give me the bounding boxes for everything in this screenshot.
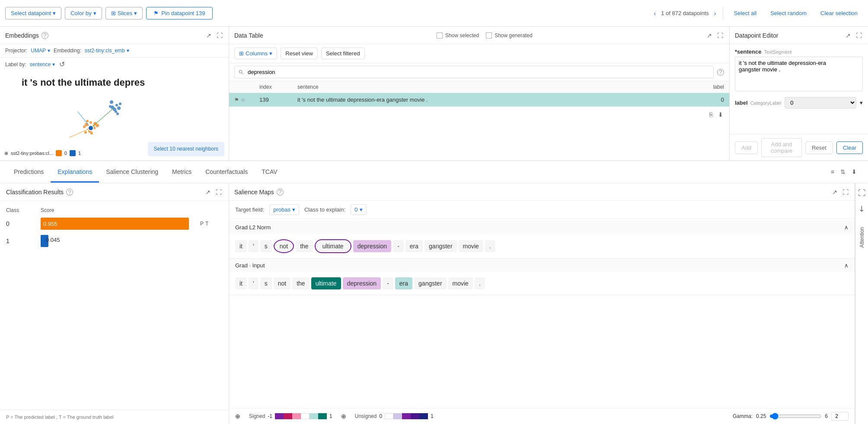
- table-col-actions: [234, 84, 256, 90]
- gamma-section: Gamma: 0.25 6: [733, 412, 849, 421]
- embedding-dropdown[interactable]: sst2-tiny:cls_emb ▾: [85, 48, 129, 54]
- select-datapoint-label: Select datapoint: [11, 10, 51, 16]
- tab-predictions[interactable]: Predictions: [7, 162, 51, 183]
- class-explain-value: 0: [354, 206, 357, 213]
- select-filtered-btn[interactable]: Select filtered: [321, 48, 365, 59]
- select-datapoint-btn[interactable]: Select datapoint ▾: [5, 7, 61, 19]
- select-all-btn[interactable]: Select all: [728, 7, 762, 19]
- embeddings-help-icon[interactable]: ?: [41, 32, 48, 39]
- embeddings-title: Embeddings: [5, 32, 39, 39]
- clear-btn[interactable]: Clear: [836, 141, 863, 154]
- color-by-btn[interactable]: Color by ▾: [65, 7, 102, 19]
- gamma-input[interactable]: [831, 412, 849, 421]
- download-icon[interactable]: ⬇: [717, 110, 724, 119]
- grad-l2-header[interactable]: Grad L2 Norm ∧: [229, 221, 855, 234]
- editor-footer: Add Add and compare Reset Clear: [730, 134, 868, 161]
- tab-explanations[interactable]: Explanations: [51, 162, 99, 183]
- class-explain-chevron: ▾: [360, 206, 363, 213]
- signed-color-scale: [275, 413, 327, 419]
- classification-help-icon[interactable]: ?: [66, 189, 73, 196]
- star-row-icon[interactable]: ☆: [241, 97, 246, 103]
- tabs-download-icon[interactable]: ⬇: [851, 167, 858, 176]
- token-depression-gi: depression: [343, 277, 381, 289]
- unsigned-legend: Unsigned 0 1: [355, 413, 434, 419]
- editor-minimize-icon[interactable]: ↗: [845, 31, 852, 40]
- search-input[interactable]: [234, 66, 714, 78]
- select-random-btn[interactable]: Select random: [765, 7, 812, 19]
- svg-point-18: [110, 100, 113, 104]
- editor-panel: Datapoint Editor ↗ ⛶ *sentence TextSegme…: [730, 27, 868, 161]
- prev-arrow[interactable]: ‹: [652, 9, 657, 18]
- sidebar-arrow-icon[interactable]: ↘: [855, 202, 868, 215]
- sentence-textarea[interactable]: it 's not the ultimate depression-era ga…: [735, 57, 863, 91]
- salience-footer: ⊕ Signed -1 1 ⊕: [229, 408, 855, 424]
- datatable-expand-icon[interactable]: ⛶: [716, 31, 724, 40]
- embeddings-controls: Projector: UMAP ▾ Embedding: sst2-tiny:c…: [0, 44, 229, 58]
- tab-metrics[interactable]: Metrics: [165, 162, 198, 183]
- class-explain-dropdown[interactable]: 0 ▾: [351, 204, 366, 215]
- svg-point-17: [115, 110, 117, 113]
- label-by-dropdown[interactable]: sentence ▾: [30, 61, 55, 67]
- token-it-gi: it: [235, 277, 247, 289]
- columns-btn[interactable]: ⊞ Columns ▾: [234, 48, 277, 59]
- tabs-sort-icon[interactable]: ⇅: [839, 167, 846, 176]
- token-the-gi: the: [292, 277, 309, 289]
- tab-salience-clustering[interactable]: Salience Clustering: [99, 162, 165, 183]
- sidebar-expand-icon[interactable]: ⛶: [857, 188, 867, 199]
- target-field-chevron: ▾: [292, 206, 295, 213]
- add-compare-btn[interactable]: Add and compare: [761, 138, 802, 157]
- tabs-icons: ≡ ⇅ ⬇: [830, 167, 861, 176]
- circle-icon-unsigned: ⊕: [341, 413, 346, 420]
- reset-view-btn[interactable]: Reset view: [281, 48, 318, 59]
- slices-btn[interactable]: ⊞ Slices ▾: [105, 7, 143, 19]
- grad-input-header[interactable]: Grad · Input ∧: [229, 259, 855, 272]
- legend-model-icon: ⊕: [4, 151, 8, 156]
- label-select[interactable]: 0 1: [785, 97, 856, 109]
- reset-btn[interactable]: Reset: [805, 141, 833, 154]
- datatable-minimize-icon[interactable]: ↗: [706, 31, 713, 40]
- select-nearest-btn[interactable]: Select 10 nearest neighbors: [148, 142, 224, 156]
- projector-dropdown[interactable]: UMAP ▾: [31, 48, 50, 54]
- projector-label: Projector:: [5, 48, 27, 54]
- search-help-icon[interactable]: ?: [717, 69, 724, 76]
- show-selected-checkbox[interactable]: [437, 32, 443, 39]
- slices-label: Slices: [118, 10, 133, 16]
- grad-input-collapse-icon: ∧: [844, 262, 849, 269]
- pin-row-icon[interactable]: ⚑: [234, 97, 239, 103]
- embed-legend: ⊕ sst2-tiny:probas:cl... 0 1: [4, 150, 81, 156]
- rotate-icon[interactable]: ↺: [58, 59, 66, 69]
- next-arrow[interactable]: ›: [712, 9, 718, 18]
- unsigned-label: Unsigned: [355, 413, 377, 419]
- attention-label: Attention: [859, 227, 865, 247]
- tab-counterfactuals[interactable]: Counterfactuals: [198, 162, 255, 183]
- classification-expand-icon[interactable]: ⛶: [215, 188, 223, 196]
- signed-label: Signed: [249, 413, 265, 419]
- table-row[interactable]: ⚑ ☆ 139 it 's not the ultimate depressio…: [229, 93, 729, 107]
- classification-minimize-icon[interactable]: ↗: [204, 188, 211, 196]
- token-it-l2: it: [235, 240, 247, 252]
- show-generated-checkbox[interactable]: [486, 32, 492, 39]
- svg-point-5: [83, 125, 86, 128]
- embeddings-minimize-icon[interactable]: ↗: [205, 31, 212, 40]
- editor-expand-icon[interactable]: ⛶: [855, 31, 863, 40]
- add-btn[interactable]: Add: [735, 141, 758, 154]
- unsigned-max: 1: [431, 413, 434, 419]
- color-by-label: Color by: [70, 10, 91, 16]
- copy-icon[interactable]: ⎘: [708, 110, 714, 119]
- col-score-header: Score: [41, 207, 197, 213]
- p-label: P: [200, 221, 204, 227]
- tabs-menu-icon[interactable]: ≡: [830, 167, 835, 176]
- salience-header: Salience Maps ? ↗ ⛶: [229, 183, 855, 201]
- clear-selection-btn[interactable]: Clear selection: [815, 7, 863, 19]
- gamma-slider[interactable]: [769, 413, 821, 420]
- tab-tcav[interactable]: TCAV: [255, 162, 284, 183]
- target-field-dropdown[interactable]: probas ▾: [269, 204, 299, 215]
- grad-l2-title: Grad L2 Norm: [235, 224, 271, 231]
- salience-minimize-icon[interactable]: ↗: [831, 188, 838, 196]
- embeddings-expand-icon[interactable]: ⛶: [216, 31, 223, 40]
- salience-expand-icon[interactable]: ⛶: [842, 188, 849, 196]
- top-toolbar: Select datapoint ▾ Color by ▾ ⊞ Slices ▾…: [0, 0, 868, 27]
- datatable-toolbar: ⊞ Columns ▾ Reset view Select filtered: [229, 44, 729, 63]
- pin-datapoint-btn[interactable]: ⚑ Pin datapoint 139: [146, 7, 212, 19]
- salience-help-icon[interactable]: ?: [277, 189, 284, 196]
